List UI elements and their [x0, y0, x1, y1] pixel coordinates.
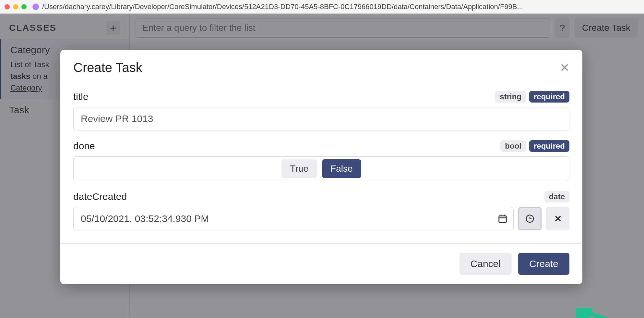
- field-datecreated: dateCreated date 05/10/2021, 03:52:34.93…: [73, 191, 569, 230]
- date-input[interactable]: 05/10/2021, 03:52:34.930 PM: [73, 207, 514, 230]
- svg-line-7: [582, 311, 643, 318]
- field-label-datecreated: dateCreated: [73, 191, 127, 202]
- window-path: /Users/dachary.carey/Library/Developer/C…: [42, 3, 639, 11]
- minimize-window-button[interactable]: [13, 4, 18, 9]
- field-label-title: title: [73, 91, 89, 102]
- cancel-button[interactable]: Cancel: [459, 253, 512, 275]
- app-root: CLASSES + Category List of Task tasks on…: [0, 14, 644, 318]
- date-value: 05/10/2021, 03:52:34.930 PM: [81, 213, 209, 224]
- modal-body: title string required done bool required: [60, 83, 582, 243]
- required-badge: required: [529, 91, 569, 103]
- type-badge: string: [495, 91, 526, 103]
- modal-header: Create Task ✕: [60, 50, 582, 83]
- close-icon: ✕: [554, 214, 562, 224]
- annotation-arrow-icon: [576, 308, 644, 318]
- modal-title: Create Task: [73, 60, 142, 75]
- clock-icon: [525, 214, 535, 224]
- modal-footer: Cancel Create: [60, 243, 582, 284]
- type-badge: bool: [500, 140, 526, 152]
- maximize-window-button[interactable]: [21, 4, 27, 9]
- create-button[interactable]: Create: [518, 253, 569, 275]
- app-icon: [32, 4, 39, 10]
- clear-date-button[interactable]: ✕: [546, 207, 569, 230]
- field-done: done bool required True False: [73, 140, 569, 181]
- bool-false-button[interactable]: False: [322, 159, 361, 178]
- title-input[interactable]: [73, 107, 569, 130]
- bool-toggle: True False: [73, 156, 569, 181]
- required-badge: required: [529, 140, 569, 152]
- close-window-button[interactable]: [5, 4, 10, 9]
- field-label-done: done: [73, 141, 95, 152]
- type-badge: date: [544, 191, 569, 202]
- bool-true-button[interactable]: True: [281, 159, 317, 178]
- close-icon: ✕: [560, 61, 569, 74]
- window-titlebar: /Users/dachary.carey/Library/Developer/C…: [0, 0, 644, 14]
- calendar-icon: [498, 214, 507, 224]
- svg-rect-0: [499, 216, 507, 222]
- modal-close-button[interactable]: ✕: [560, 61, 569, 75]
- create-task-modal: Create Task ✕ title string required: [60, 50, 582, 284]
- field-title: title string required: [73, 91, 569, 130]
- now-button[interactable]: [518, 207, 542, 230]
- traffic-lights: [5, 4, 27, 9]
